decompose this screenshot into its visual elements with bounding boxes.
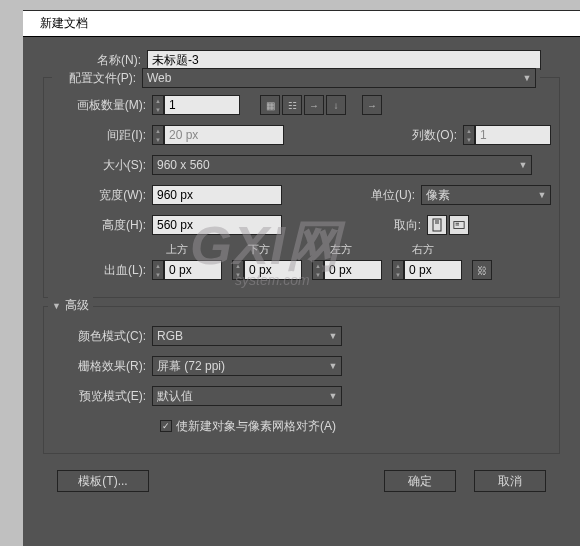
orientation-landscape-icon[interactable] (449, 215, 469, 235)
arrow-right-icon[interactable]: → (362, 95, 382, 115)
height-label: 高度(H): (52, 217, 152, 234)
units-label: 单位(U): (357, 187, 421, 204)
cancel-button[interactable]: 取消 (474, 470, 546, 492)
link-icon[interactable]: ⛓ (472, 260, 492, 280)
preview-label: 预览模式(E): (52, 388, 152, 405)
bleed-right-label: 右方 (412, 242, 494, 257)
ok-button[interactable]: 确定 (384, 470, 456, 492)
bleed-bottom-input[interactable] (244, 260, 302, 280)
size-label: 大小(S): (52, 157, 152, 174)
cols-input[interactable] (475, 125, 551, 145)
bleed-left-label: 左方 (330, 242, 412, 257)
chevron-down-icon: ▼ (515, 160, 531, 170)
orient-label: 取向: (383, 217, 427, 234)
bleed-left-input[interactable] (324, 260, 382, 280)
title-bar: 新建文档 (23, 11, 580, 37)
artboards-label: 画板数量(M): (52, 97, 152, 114)
advanced-group: ▼ 高级 颜色模式(C): RGB ▼ 栅格效果(R): 屏幕 (72 ppi)… (43, 306, 560, 454)
profile-label: 配置文件(P): (56, 70, 142, 87)
cols-label: 列数(O): (399, 127, 463, 144)
bleed-top-input[interactable] (164, 260, 222, 280)
orientation-portrait-icon[interactable] (427, 215, 447, 235)
width-input[interactable] (152, 185, 282, 205)
name-label: 名称(N): (47, 52, 147, 69)
grid-col-icon[interactable]: ☷ (282, 95, 302, 115)
chevron-down-icon: ▼ (325, 391, 341, 401)
name-input[interactable] (147, 50, 541, 70)
raster-label: 栅格效果(R): (52, 358, 152, 375)
bleed-bottom-label: 下方 (248, 242, 330, 257)
align-checkbox[interactable]: ✓ (160, 420, 172, 432)
dialog-window: 新建文档 名称(N): 配置文件(P): Web ▼ 画板数量(M): ▲▼ ▦… (23, 10, 580, 546)
spacing-spinner[interactable]: ▲▼ (152, 125, 164, 145)
height-input[interactable] (152, 215, 282, 235)
colormode-label: 颜色模式(C): (52, 328, 152, 345)
grid-row-icon[interactable]: ▦ (260, 95, 280, 115)
arrange-right-icon[interactable]: → (304, 95, 324, 115)
chevron-down-icon: ▼ (325, 361, 341, 371)
preview-select[interactable]: 默认值 ▼ (152, 386, 342, 406)
spacing-input[interactable] (164, 125, 284, 145)
bleed-left-spinner[interactable]: ▲▼ (312, 260, 324, 280)
cols-spinner[interactable]: ▲▼ (463, 125, 475, 145)
chevron-down-icon: ▼ (519, 73, 535, 83)
bleed-top-spinner[interactable]: ▲▼ (152, 260, 164, 280)
bleed-right-spinner[interactable]: ▲▼ (392, 260, 404, 280)
artboards-input[interactable] (164, 95, 240, 115)
bleed-top-label: 上方 (166, 242, 248, 257)
raster-select[interactable]: 屏幕 (72 ppi) ▼ (152, 356, 342, 376)
profile-group: 配置文件(P): Web ▼ 画板数量(M): ▲▼ ▦ ☷ → ↓ → 间距(… (43, 77, 560, 298)
chevron-down-icon: ▼ (325, 331, 341, 341)
arrange-down-icon[interactable]: ↓ (326, 95, 346, 115)
advanced-label: 高级 (65, 297, 89, 314)
dialog-body: 名称(N): 配置文件(P): Web ▼ 画板数量(M): ▲▼ ▦ ☷ → … (23, 37, 580, 492)
template-button[interactable]: 模板(T)... (57, 470, 149, 492)
bleed-label: 出血(L): (52, 262, 152, 279)
dialog-title: 新建文档 (40, 16, 88, 30)
disclosure-triangle-icon[interactable]: ▼ (52, 301, 61, 311)
bleed-right-input[interactable] (404, 260, 462, 280)
chevron-down-icon: ▼ (534, 190, 550, 200)
align-label: 使新建对象与像素网格对齐(A) (176, 418, 336, 435)
spacing-label: 间距(I): (52, 127, 152, 144)
size-select[interactable]: 960 x 560 ▼ (152, 155, 532, 175)
profile-select[interactable]: Web ▼ (142, 68, 536, 88)
colormode-select[interactable]: RGB ▼ (152, 326, 342, 346)
width-label: 宽度(W): (52, 187, 152, 204)
artboards-spinner[interactable]: ▲▼ (152, 95, 164, 115)
units-select[interactable]: 像素 ▼ (421, 185, 551, 205)
bleed-bottom-spinner[interactable]: ▲▼ (232, 260, 244, 280)
